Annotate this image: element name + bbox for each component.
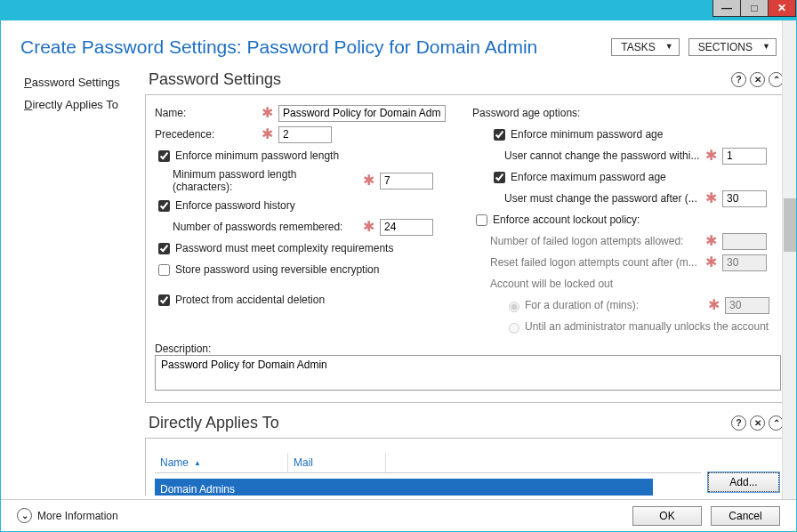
enforce-history-checkbox[interactable]	[158, 200, 170, 212]
age-options-label: Password age options:	[472, 107, 580, 119]
section-title-password-settings: Password Settings	[149, 70, 728, 89]
required-icon: ✱	[358, 222, 380, 231]
name-input[interactable]	[278, 105, 446, 122]
required-icon: ✱	[256, 130, 278, 139]
min-age-input[interactable]	[722, 148, 767, 165]
required-icon: ✱	[703, 301, 725, 310]
duration-label: For a duration of (mins):	[525, 299, 703, 311]
maximize-button[interactable]: □	[740, 0, 769, 17]
lockout-label: Enforce account lockout policy:	[493, 214, 640, 226]
duration-input	[725, 297, 769, 314]
reset-count-label: Reset failed logon attempts count after …	[490, 256, 700, 269]
help-icon[interactable]: ?	[731, 72, 746, 87]
failed-attempts-label: Number of failed logon attempts allowed:	[490, 235, 700, 247]
sort-asc-icon: ▲	[194, 459, 201, 467]
close-button[interactable]: ✕	[768, 0, 796, 17]
close-section-icon[interactable]: ✕	[750, 415, 765, 431]
sidebar: Password Settings Directly Applies To	[1, 69, 145, 496]
column-name[interactable]: Name ▲	[155, 453, 288, 472]
enforce-max-age-label: Enforce maximum password age	[511, 171, 666, 183]
add-button[interactable]: Add...	[708, 472, 779, 492]
scrollbar[interactable]	[782, 20, 796, 499]
sections-dropdown[interactable]: SECTIONS	[688, 38, 777, 56]
reversible-checkbox[interactable]	[158, 264, 170, 276]
table-header: Name ▲ Mail	[155, 453, 701, 473]
locked-out-label: Account will be locked out	[490, 278, 613, 290]
name-label: Name:	[155, 107, 256, 119]
required-icon: ✱	[700, 151, 722, 160]
until-unlock-radio	[509, 323, 519, 334]
complexity-checkbox[interactable]	[158, 243, 170, 254]
required-icon: ✱	[256, 109, 278, 117]
table-row[interactable]: Domain Admins	[155, 479, 653, 496]
precedence-label: Precedence:	[155, 128, 256, 141]
required-icon: ✱	[700, 194, 722, 203]
cancel-button[interactable]: Cancel	[711, 506, 780, 526]
page-title: Create Password Settings: Password Polic…	[20, 36, 602, 58]
enforce-history-label: Enforce password history	[175, 199, 295, 212]
column-mail[interactable]: Mail	[288, 453, 386, 472]
failed-attempts-input	[722, 233, 767, 250]
applies-panel: Name ▲ Mail Domain Admins Add... Remove	[145, 438, 791, 496]
enforce-min-length-label: Enforce minimum password length	[175, 149, 339, 162]
duration-radio	[509, 302, 519, 312]
history-input[interactable]	[380, 219, 433, 236]
section-title-applies-to: Directly Applies To	[149, 414, 728, 432]
protect-checkbox[interactable]	[158, 294, 170, 306]
password-settings-panel: Name: ✱ Precedence: ✱ Enforce minimum pa…	[145, 94, 791, 403]
complexity-label: Password must meet complexity requiremen…	[175, 242, 393, 254]
required-icon: ✱	[700, 237, 722, 246]
reversible-label: Store password using reversible encrypti…	[175, 263, 379, 276]
max-age-label: User must change the password after (...	[504, 192, 700, 205]
close-section-icon[interactable]: ✕	[750, 72, 765, 87]
description-label: Description:	[155, 343, 781, 355]
required-icon: ✱	[358, 176, 380, 185]
ok-button[interactable]: OK	[632, 506, 702, 526]
lockout-checkbox[interactable]	[476, 214, 487, 226]
until-unlock-label: Until an administrator manually unlocks …	[525, 320, 769, 333]
sidebar-item-directly-applies-to[interactable]: Directly Applies To	[24, 98, 145, 111]
required-icon: ✱	[700, 258, 722, 267]
scrollbar-thumb[interactable]	[784, 198, 796, 252]
minimize-button[interactable]: —	[712, 0, 741, 17]
protect-label: Protect from accidental deletion	[175, 294, 325, 306]
window: — □ ✕ Create Password Settings: Password…	[0, 0, 797, 532]
enforce-min-age-checkbox[interactable]	[494, 129, 505, 141]
history-label: Number of passwords remembered:	[173, 221, 358, 233]
min-age-label: User cannot change the password withi...	[504, 149, 700, 162]
reset-count-input	[722, 254, 767, 271]
enforce-max-age-checkbox[interactable]	[494, 172, 505, 183]
more-information-link[interactable]: ⌄ More Information	[17, 508, 118, 523]
min-length-input[interactable]	[380, 173, 433, 189]
min-length-label: Minimum password length (characters):	[173, 168, 358, 193]
tasks-dropdown[interactable]: TASKS	[611, 38, 679, 56]
sidebar-item-password-settings[interactable]: Password Settings	[24, 76, 145, 89]
titlebar: — □ ✕	[1, 1, 796, 20]
description-input[interactable]	[155, 355, 781, 391]
enforce-min-age-label: Enforce minimum password age	[511, 128, 663, 141]
help-icon[interactable]: ?	[731, 415, 746, 431]
chevron-down-icon: ⌄	[17, 508, 32, 523]
enforce-min-length-checkbox[interactable]	[158, 150, 170, 162]
max-age-input[interactable]	[722, 190, 767, 207]
precedence-input[interactable]	[278, 126, 332, 143]
